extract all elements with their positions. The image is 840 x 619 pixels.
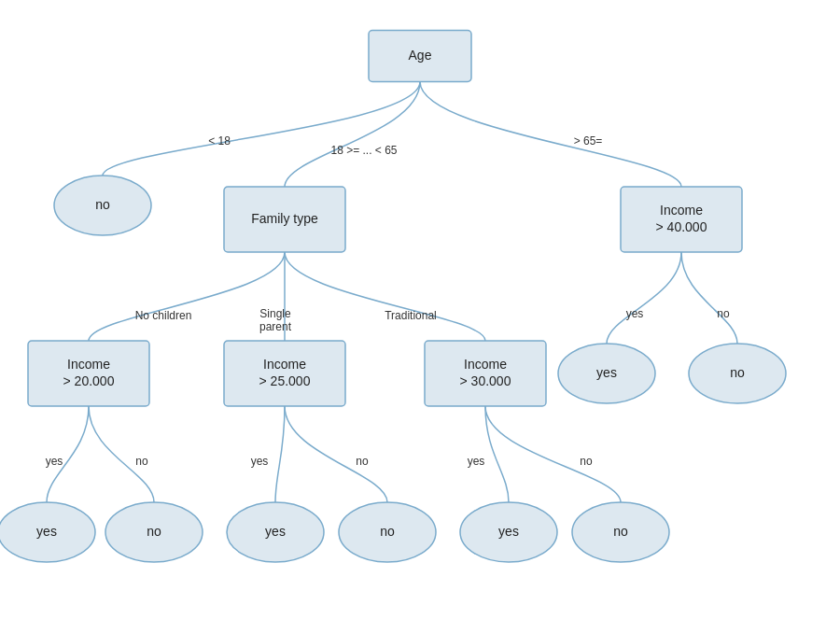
edge-label: > 65= [574, 134, 603, 148]
node-label-no_25: no [380, 524, 395, 539]
node-no_20: no [105, 502, 203, 562]
tree-edge [485, 406, 621, 502]
tree-edge [420, 82, 681, 188]
node-label-yes_40_yes: yes [596, 365, 617, 380]
edge-label: no [356, 455, 369, 468]
edge-label: 18 >= ... < 65 [330, 144, 397, 157]
edge-label: yes [626, 307, 644, 320]
edge-label: no [580, 455, 593, 468]
node-income_25: Income> 25.000 [224, 341, 345, 406]
node-yes_40_yes: yes [558, 344, 655, 403]
node-label-yes_25: yes [265, 524, 286, 539]
tree-edge [103, 82, 420, 176]
node-label-income_20-line1: > 20.000 [63, 373, 115, 388]
edge-label: No children [135, 309, 192, 322]
edge-label: yes [468, 455, 485, 468]
node-label-income_25-line1: > 25.000 [259, 373, 311, 388]
node-label-income_40-line0: Income [660, 203, 703, 218]
node-family_type: Family type [224, 187, 345, 252]
node-label-family_type: Family type [251, 211, 318, 226]
node-label-no_30: no [613, 524, 628, 539]
node-label-yes_30: yes [498, 524, 519, 539]
node-income_20: Income> 20.000 [28, 341, 149, 406]
node-label-no_20: no [147, 524, 161, 539]
tree-edge [285, 406, 387, 502]
tree-edge [89, 252, 285, 341]
node-label-no_minor: no [95, 197, 110, 212]
node-label-income_25-line0: Income [263, 357, 306, 372]
decision-tree: < 1818 >= ... < 65> 65=No childrenSingle… [0, 0, 840, 619]
tree-edge [285, 82, 420, 188]
node-label-yes_20: yes [36, 524, 57, 539]
edge-label: yes [46, 455, 63, 468]
node-label-income_40-line1: > 40.000 [656, 219, 707, 234]
tree-edge [607, 252, 681, 344]
edge-label: < 18 [208, 134, 231, 148]
node-income_40: Income> 40.000 [621, 187, 742, 252]
node-label-income_20-line0: Income [67, 357, 110, 372]
node-label-no_40_no: no [730, 365, 745, 380]
node-label-income_30-line1: > 30.000 [460, 373, 511, 388]
node-yes_30: yes [460, 502, 557, 562]
edge-label: Singleparent [259, 307, 292, 333]
tree-edge [485, 406, 509, 502]
node-yes_25: yes [227, 502, 324, 562]
tree-edge [285, 252, 485, 341]
edge-label: no [135, 455, 148, 468]
node-label-income_30-line0: Income [464, 357, 507, 372]
node-yes_20: yes [0, 502, 95, 562]
edge-label: no [717, 307, 730, 320]
node-no_30: no [572, 502, 669, 562]
node-label-root: Age [409, 48, 432, 63]
node-income_30: Income> 30.000 [425, 341, 546, 406]
node-no_40_no: no [689, 344, 786, 403]
node-no_minor: no [54, 176, 151, 235]
edge-label: Traditional [385, 309, 437, 322]
edge-label: yes [251, 455, 269, 468]
node-no_25: no [339, 502, 436, 562]
tree-edge [681, 252, 737, 344]
tree-edge [275, 406, 285, 502]
node-root: Age [369, 31, 471, 82]
